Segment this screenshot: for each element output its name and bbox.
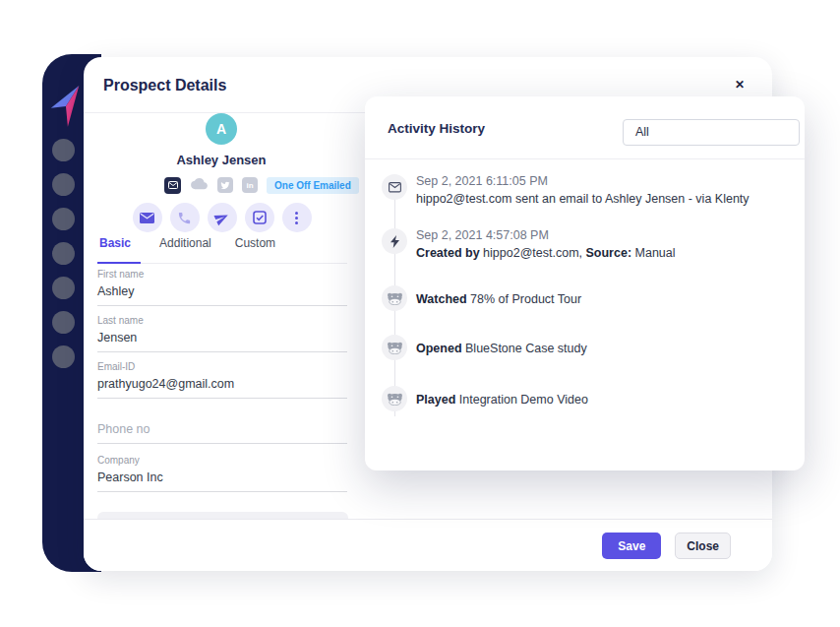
sidebar-item-3[interactable] [52, 208, 75, 230]
field-label: Last name [97, 315, 347, 326]
active-tab-underline [97, 262, 141, 264]
event-action: Played [416, 393, 455, 407]
event-text: BlueStone Case study [462, 342, 587, 355]
hippo-icon [382, 335, 407, 360]
field-label: Email-ID [97, 361, 347, 372]
modal-footer: Save Close [84, 519, 772, 571]
field-company: Company Pearson Inc [97, 455, 347, 492]
event-text: 78% of Product Tour [467, 292, 582, 306]
field-label: First name [97, 269, 347, 280]
event-timestamp: Sep 2, 2021 4:57:08 PM [416, 226, 795, 244]
tab-basic[interactable]: Basic [99, 236, 131, 250]
activity-title: Activity History [388, 121, 485, 136]
klenty-logo-icon [47, 82, 85, 129]
sidebar-item-2[interactable] [52, 173, 75, 196]
field-last-name: Last name Jensen [97, 315, 347, 352]
linkedin-icon[interactable]: in [242, 177, 258, 193]
sidebar-item-6[interactable] [52, 311, 75, 334]
field-phone [97, 419, 347, 444]
activity-history-panel: Activity History All Sep 2, 2021 6:11:05… [365, 96, 805, 470]
event-text: Integration Demo Video [455, 393, 588, 407]
avatar: A [206, 113, 237, 145]
field-first-name: First name Ashley [97, 269, 347, 306]
sidebar-item-7[interactable] [52, 345, 75, 368]
action-row [97, 203, 346, 232]
field-email: Email-ID prathyugo24@gmail.com [97, 361, 347, 399]
activity-filter-select[interactable]: All [623, 119, 800, 146]
timeline-event: Watched 78% of Product Tour [416, 290, 795, 308]
kebab-icon[interactable] [282, 203, 312, 232]
phone-icon[interactable] [170, 203, 200, 232]
email-icon[interactable] [164, 177, 181, 194]
avatar-initial: A [216, 121, 226, 137]
company-value[interactable]: Pearson Inc [97, 470, 347, 491]
timeline-event: Sep 2, 2021 4:57:08 PM Created by hippo2… [416, 226, 795, 262]
close-icon[interactable]: ✕ [735, 78, 745, 92]
prospect-name: Ashley Jensen [123, 153, 320, 167]
send-icon[interactable] [208, 203, 237, 232]
lightning-icon [382, 228, 407, 254]
timeline-event: Played Integration Demo Video [416, 391, 795, 408]
close-button[interactable]: Close [675, 533, 731, 559]
event-action: Opened [416, 342, 462, 355]
sidebar-item-1[interactable] [52, 139, 75, 161]
event-text: Created by hippo2@test.com, Source: Manu… [416, 244, 795, 262]
first-name-value[interactable]: Ashley [97, 284, 347, 305]
phone-input[interactable] [97, 422, 347, 443]
tab-additional[interactable]: Additional [159, 236, 211, 250]
last-name-value[interactable]: Jensen [97, 331, 347, 351]
canvas: Prospect Details ✕ A Ashley Jensen in On… [0, 0, 840, 627]
event-text: hippo2@test.com sent an email to Ashley … [416, 190, 795, 208]
timeline-event: Opened BlueStone Case study [416, 340, 795, 357]
envelope-icon [382, 174, 407, 200]
twitter-icon[interactable] [217, 177, 233, 193]
field-label: Company [97, 455, 347, 466]
status-badge: One Off Emailed [267, 177, 359, 194]
event-timestamp: Sep 2, 2021 6:11:05 PM [416, 172, 795, 190]
page-title: Prospect Details [103, 57, 226, 113]
checkbox-icon[interactable] [245, 203, 274, 232]
tab-custom[interactable]: Custom [235, 236, 275, 250]
save-button[interactable]: Save [602, 533, 661, 559]
email-value[interactable]: prathyugo24@gmail.com [97, 377, 347, 398]
linkedin-glyph: in [246, 181, 253, 190]
social-row: in One Off Emailed [164, 175, 359, 195]
cloud-icon[interactable] [190, 178, 209, 192]
hippo-icon [382, 285, 407, 311]
tabs: Basic Additional Custom [97, 236, 347, 264]
hippo-icon [382, 386, 407, 411]
sidebar-item-5[interactable] [52, 277, 75, 299]
event-action: Watched [416, 292, 467, 306]
activity-header: Activity History All [365, 96, 805, 159]
timeline-event: Sep 2, 2021 6:11:05 PM hippo2@test.com s… [416, 172, 795, 208]
sidebar-item-4[interactable] [52, 242, 75, 265]
envelope-icon[interactable] [133, 203, 162, 232]
